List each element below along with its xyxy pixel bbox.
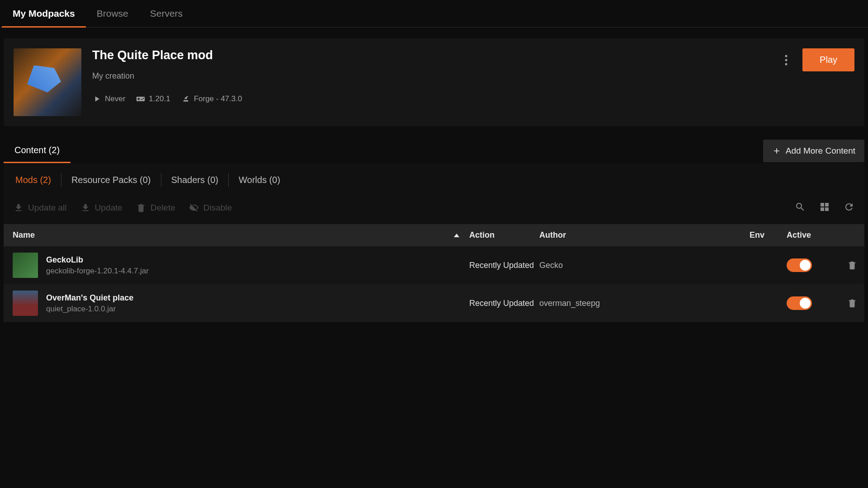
play-icon (92, 94, 101, 103)
disable-button[interactable]: Disable (189, 203, 232, 213)
col-header-delete (841, 230, 863, 240)
trash-icon (847, 260, 857, 270)
actions-row: Update all Update Delete Disable (4, 195, 864, 224)
download-icon (80, 203, 90, 213)
table-body: GeckoLib geckolib-forge-1.20.1-4.4.7.jar… (4, 246, 864, 322)
table-header: Name Action Author Env Active (4, 224, 864, 246)
mod-author-cell: Gecko (539, 261, 750, 270)
anvil-icon (181, 94, 190, 103)
table-row: GeckoLib geckolib-forge-1.20.1-4.4.7.jar… (4, 246, 864, 284)
content-tab[interactable]: Content (2) (4, 139, 71, 163)
mod-active-cell (787, 296, 841, 310)
row-delete-button[interactable] (841, 260, 863, 270)
search-button[interactable] (795, 202, 806, 214)
table-row: OverMan's Quiet place quiet_place-1.0.0.… (4, 284, 864, 322)
svg-point-0 (785, 55, 788, 57)
mod-name-cell[interactable]: GeckoLib geckolib-forge-1.20.1-4.4.7.jar (13, 253, 469, 278)
meta-version: 1.20.1 (136, 94, 170, 103)
more-options-button[interactable] (778, 52, 794, 68)
col-header-author[interactable]: Author (539, 230, 750, 240)
modpack-card: The Quite Place mod My creation Never 1.… (4, 38, 864, 126)
update-button[interactable]: Update (80, 203, 123, 213)
content-subtabs: Mods (2) Resource Packs (0) Shaders (0) … (4, 165, 864, 195)
mod-thumbnail (13, 253, 38, 278)
mod-name: OverMan's Quiet place (46, 293, 133, 303)
modpack-info: The Quite Place mod My creation Never 1.… (92, 48, 767, 103)
modpack-meta: Never 1.20.1 Forge - 47.3.0 (92, 94, 767, 103)
trash-icon (136, 203, 146, 213)
bulk-actions: Update all Update Delete Disable (14, 203, 232, 213)
col-header-active[interactable]: Active (787, 230, 841, 240)
delete-button[interactable]: Delete (136, 203, 175, 213)
subtab-mods[interactable]: Mods (2) (14, 173, 61, 187)
grid-icon (819, 202, 830, 212)
refresh-button[interactable] (844, 202, 854, 214)
nav-browse[interactable]: Browse (86, 0, 139, 27)
mod-action-cell: Recently Updated (469, 298, 539, 309)
vertical-dots-icon (785, 55, 788, 66)
meta-last-played: Never (92, 94, 125, 103)
refresh-icon (844, 202, 854, 212)
view-actions (795, 202, 854, 214)
content-panel: Mods (2) Resource Packs (0) Shaders (0) … (4, 163, 864, 322)
meta-loader: Forge - 47.3.0 (181, 94, 242, 103)
modpack-subtitle: My creation (92, 71, 767, 81)
row-delete-button[interactable] (841, 298, 863, 308)
svg-point-2 (785, 63, 788, 65)
nav-servers[interactable]: Servers (139, 0, 193, 27)
plus-icon (772, 146, 781, 155)
play-button[interactable]: Play (802, 48, 854, 71)
svg-point-1 (785, 59, 788, 61)
active-toggle[interactable] (787, 296, 812, 310)
download-all-icon (14, 203, 24, 213)
sort-ascending-icon (454, 234, 459, 237)
mod-author-cell: overman_steepg (539, 299, 750, 308)
mod-filename: quiet_place-1.0.0.jar (46, 305, 133, 314)
modpack-title: The Quite Place mod (92, 48, 767, 62)
grid-view-button[interactable] (819, 202, 830, 214)
subtab-resource-packs[interactable]: Resource Packs (0) (61, 173, 161, 187)
content-header: Content (2) Add More Content (0, 139, 868, 163)
active-toggle[interactable] (787, 258, 812, 272)
col-header-name[interactable]: Name (13, 230, 469, 240)
trash-icon (847, 298, 857, 308)
mod-thumbnail (13, 291, 38, 316)
mod-action-cell: Recently Updated (469, 260, 539, 271)
subtab-worlds[interactable]: Worlds (0) (229, 173, 290, 187)
loader-text: Forge - 47.3.0 (194, 94, 242, 103)
card-actions: Play (778, 48, 854, 71)
last-played-text: Never (105, 94, 125, 103)
search-icon (795, 202, 806, 212)
controller-icon (136, 94, 145, 103)
add-content-button[interactable]: Add More Content (763, 140, 864, 162)
subtab-shaders[interactable]: Shaders (0) (161, 173, 229, 187)
nav-my-modpacks[interactable]: My Modpacks (2, 0, 86, 27)
mod-active-cell (787, 258, 841, 272)
add-content-label: Add More Content (786, 146, 855, 156)
update-all-button[interactable]: Update all (14, 203, 67, 213)
col-header-env[interactable]: Env (750, 230, 787, 240)
version-text: 1.20.1 (149, 94, 170, 103)
mod-name-cell[interactable]: OverMan's Quiet place quiet_place-1.0.0.… (13, 291, 469, 316)
top-nav: My Modpacks Browse Servers (0, 0, 868, 28)
eye-off-icon (189, 203, 199, 213)
col-header-action[interactable]: Action (469, 230, 539, 240)
modpack-thumbnail (14, 48, 81, 116)
mod-name: GeckoLib (46, 255, 149, 265)
mod-filename: geckolib-forge-1.20.1-4.4.7.jar (46, 267, 149, 276)
